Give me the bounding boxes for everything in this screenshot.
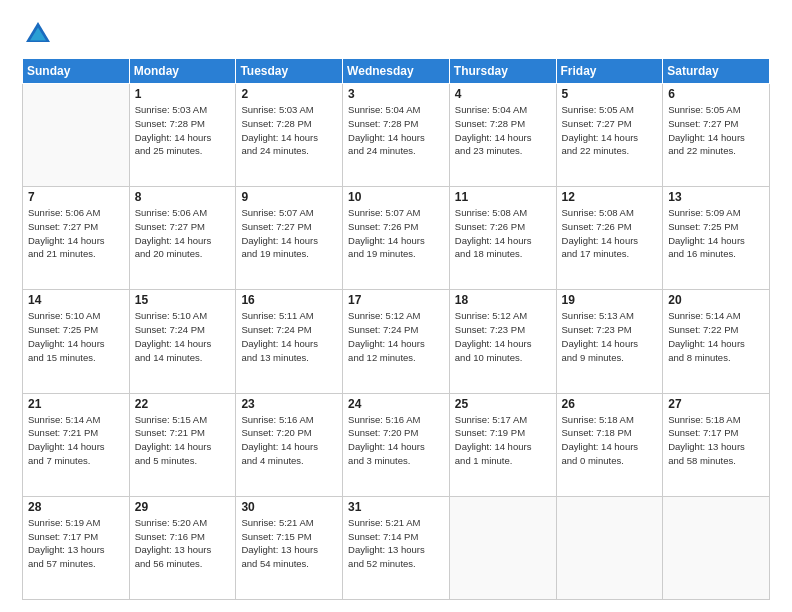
day-info: Sunrise: 5:04 AMSunset: 7:28 PMDaylight:… xyxy=(348,103,444,158)
sunset-text: Sunset: 7:23 PM xyxy=(562,324,632,335)
daylight-minutes-text: and 9 minutes. xyxy=(562,352,624,363)
daylight-text: Daylight: 14 hours xyxy=(241,441,318,452)
calendar-week-row: 7Sunrise: 5:06 AMSunset: 7:27 PMDaylight… xyxy=(23,187,770,290)
calendar-header: SundayMondayTuesdayWednesdayThursdayFrid… xyxy=(23,59,770,84)
calendar-cell: 16Sunrise: 5:11 AMSunset: 7:24 PMDayligh… xyxy=(236,290,343,393)
day-number: 31 xyxy=(348,500,444,514)
day-number: 4 xyxy=(455,87,551,101)
day-number: 3 xyxy=(348,87,444,101)
day-number: 9 xyxy=(241,190,337,204)
calendar-cell: 10Sunrise: 5:07 AMSunset: 7:26 PMDayligh… xyxy=(343,187,450,290)
daylight-minutes-text: and 7 minutes. xyxy=(28,455,90,466)
sunset-text: Sunset: 7:28 PM xyxy=(135,118,205,129)
day-number: 28 xyxy=(28,500,124,514)
day-info: Sunrise: 5:20 AMSunset: 7:16 PMDaylight:… xyxy=(135,516,231,571)
daylight-text: Daylight: 14 hours xyxy=(455,441,532,452)
daylight-text: Daylight: 14 hours xyxy=(668,132,745,143)
day-number: 2 xyxy=(241,87,337,101)
daylight-minutes-text: and 18 minutes. xyxy=(455,248,523,259)
sunset-text: Sunset: 7:17 PM xyxy=(668,427,738,438)
daylight-minutes-text: and 4 minutes. xyxy=(241,455,303,466)
calendar-week-row: 1Sunrise: 5:03 AMSunset: 7:28 PMDaylight… xyxy=(23,84,770,187)
daylight-minutes-text: and 58 minutes. xyxy=(668,455,736,466)
day-info: Sunrise: 5:21 AMSunset: 7:14 PMDaylight:… xyxy=(348,516,444,571)
daylight-text: Daylight: 14 hours xyxy=(668,338,745,349)
page: SundayMondayTuesdayWednesdayThursdayFrid… xyxy=(0,0,792,612)
calendar-cell: 2Sunrise: 5:03 AMSunset: 7:28 PMDaylight… xyxy=(236,84,343,187)
sunset-text: Sunset: 7:17 PM xyxy=(28,531,98,542)
day-info: Sunrise: 5:05 AMSunset: 7:27 PMDaylight:… xyxy=(668,103,764,158)
sunset-text: Sunset: 7:20 PM xyxy=(348,427,418,438)
calendar-cell: 8Sunrise: 5:06 AMSunset: 7:27 PMDaylight… xyxy=(129,187,236,290)
sunset-text: Sunset: 7:20 PM xyxy=(241,427,311,438)
day-number: 16 xyxy=(241,293,337,307)
calendar-cell xyxy=(556,496,663,599)
day-number: 1 xyxy=(135,87,231,101)
daylight-text: Daylight: 14 hours xyxy=(348,338,425,349)
day-info: Sunrise: 5:14 AMSunset: 7:22 PMDaylight:… xyxy=(668,309,764,364)
day-info: Sunrise: 5:17 AMSunset: 7:19 PMDaylight:… xyxy=(455,413,551,468)
sunset-text: Sunset: 7:27 PM xyxy=(562,118,632,129)
day-number: 7 xyxy=(28,190,124,204)
day-info: Sunrise: 5:08 AMSunset: 7:26 PMDaylight:… xyxy=(562,206,658,261)
daylight-text: Daylight: 14 hours xyxy=(668,235,745,246)
sunset-text: Sunset: 7:28 PM xyxy=(348,118,418,129)
calendar-cell: 28Sunrise: 5:19 AMSunset: 7:17 PMDayligh… xyxy=(23,496,130,599)
day-info: Sunrise: 5:07 AMSunset: 7:26 PMDaylight:… xyxy=(348,206,444,261)
daylight-text: Daylight: 14 hours xyxy=(348,235,425,246)
daylight-text: Daylight: 13 hours xyxy=(348,544,425,555)
day-number: 6 xyxy=(668,87,764,101)
daylight-minutes-text: and 16 minutes. xyxy=(668,248,736,259)
daylight-text: Daylight: 13 hours xyxy=(135,544,212,555)
sunrise-text: Sunrise: 5:21 AM xyxy=(348,517,420,528)
sunrise-text: Sunrise: 5:14 AM xyxy=(28,414,100,425)
sunset-text: Sunset: 7:21 PM xyxy=(135,427,205,438)
calendar-cell: 13Sunrise: 5:09 AMSunset: 7:25 PMDayligh… xyxy=(663,187,770,290)
day-number: 20 xyxy=(668,293,764,307)
weekday-header: Monday xyxy=(129,59,236,84)
logo-icon xyxy=(22,18,54,50)
day-info: Sunrise: 5:11 AMSunset: 7:24 PMDaylight:… xyxy=(241,309,337,364)
daylight-text: Daylight: 14 hours xyxy=(348,132,425,143)
sunset-text: Sunset: 7:24 PM xyxy=(241,324,311,335)
calendar-cell: 23Sunrise: 5:16 AMSunset: 7:20 PMDayligh… xyxy=(236,393,343,496)
daylight-text: Daylight: 14 hours xyxy=(28,235,105,246)
daylight-minutes-text: and 52 minutes. xyxy=(348,558,416,569)
daylight-minutes-text: and 19 minutes. xyxy=(241,248,309,259)
calendar-week-row: 28Sunrise: 5:19 AMSunset: 7:17 PMDayligh… xyxy=(23,496,770,599)
day-number: 23 xyxy=(241,397,337,411)
weekday-header: Saturday xyxy=(663,59,770,84)
sunset-text: Sunset: 7:24 PM xyxy=(135,324,205,335)
weekday-header: Tuesday xyxy=(236,59,343,84)
logo xyxy=(22,18,58,50)
sunrise-text: Sunrise: 5:05 AM xyxy=(562,104,634,115)
sunrise-text: Sunrise: 5:09 AM xyxy=(668,207,740,218)
sunrise-text: Sunrise: 5:08 AM xyxy=(455,207,527,218)
daylight-text: Daylight: 14 hours xyxy=(562,132,639,143)
day-info: Sunrise: 5:12 AMSunset: 7:24 PMDaylight:… xyxy=(348,309,444,364)
sunset-text: Sunset: 7:26 PM xyxy=(455,221,525,232)
sunset-text: Sunset: 7:27 PM xyxy=(28,221,98,232)
sunrise-text: Sunrise: 5:06 AM xyxy=(135,207,207,218)
calendar-cell: 12Sunrise: 5:08 AMSunset: 7:26 PMDayligh… xyxy=(556,187,663,290)
calendar: SundayMondayTuesdayWednesdayThursdayFrid… xyxy=(22,58,770,600)
daylight-text: Daylight: 14 hours xyxy=(562,338,639,349)
daylight-text: Daylight: 13 hours xyxy=(668,441,745,452)
daylight-text: Daylight: 14 hours xyxy=(135,132,212,143)
day-info: Sunrise: 5:21 AMSunset: 7:15 PMDaylight:… xyxy=(241,516,337,571)
calendar-week-row: 14Sunrise: 5:10 AMSunset: 7:25 PMDayligh… xyxy=(23,290,770,393)
day-number: 29 xyxy=(135,500,231,514)
day-number: 14 xyxy=(28,293,124,307)
day-info: Sunrise: 5:08 AMSunset: 7:26 PMDaylight:… xyxy=(455,206,551,261)
sunset-text: Sunset: 7:25 PM xyxy=(28,324,98,335)
daylight-minutes-text: and 54 minutes. xyxy=(241,558,309,569)
day-number: 22 xyxy=(135,397,231,411)
sunrise-text: Sunrise: 5:12 AM xyxy=(348,310,420,321)
day-number: 11 xyxy=(455,190,551,204)
day-number: 17 xyxy=(348,293,444,307)
calendar-cell xyxy=(23,84,130,187)
daylight-text: Daylight: 13 hours xyxy=(28,544,105,555)
calendar-cell: 25Sunrise: 5:17 AMSunset: 7:19 PMDayligh… xyxy=(449,393,556,496)
daylight-text: Daylight: 14 hours xyxy=(348,441,425,452)
weekday-header: Sunday xyxy=(23,59,130,84)
